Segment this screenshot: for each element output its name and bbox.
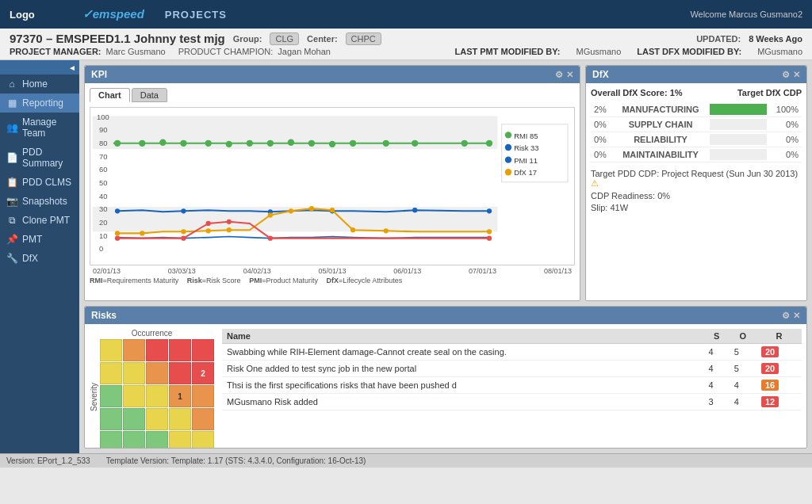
- matrix-cell[interactable]: [146, 431, 168, 448]
- svg-point-30: [115, 208, 120, 213]
- matrix-cell[interactable]: [192, 408, 214, 430]
- svg-point-42: [289, 208, 293, 213]
- svg-point-45: [350, 227, 355, 232]
- svg-text:70: 70: [99, 153, 107, 161]
- matrix-cell[interactable]: [100, 339, 122, 361]
- matrix-cell[interactable]: 2: [192, 362, 214, 384]
- risk-table-area: Name S O R Swabbing while RIH-Element da…: [222, 329, 802, 448]
- matrix-cell[interactable]: [100, 431, 122, 448]
- matrix-cell[interactable]: [123, 339, 145, 361]
- matrix-cell[interactable]: [192, 431, 214, 448]
- risk-matrix-grid: 2 1: [100, 339, 214, 448]
- risks-close-icon[interactable]: ✕: [793, 311, 800, 321]
- dfx-maint-bar: [707, 147, 770, 162]
- table-row: Risk One added to test sync job in the n…: [222, 361, 802, 377]
- matrix-cell[interactable]: [100, 362, 122, 384]
- risks-panel-header: Risks ⚙ ✕: [85, 307, 806, 324]
- dfx-row-manufacturing: 2% MANUFACTURING 100%: [591, 102, 802, 117]
- chart-tabs: Chart Data: [90, 88, 575, 102]
- sidebar-item-reporting[interactable]: ▦ Reporting: [0, 94, 79, 113]
- svg-point-31: [181, 208, 186, 213]
- risk-name-4: MGusmano Risk added: [222, 394, 704, 410]
- risk-badge-2: 20: [761, 363, 779, 374]
- matrix-cell[interactable]: [169, 362, 191, 384]
- chart-tab-data[interactable]: Data: [132, 88, 167, 102]
- svg-point-19: [226, 141, 232, 147]
- sidebar-item-clone-pmt[interactable]: ⧉ Clone PMT: [0, 211, 79, 230]
- svg-text:RMI 85: RMI 85: [514, 132, 538, 140]
- dfx-slip-label: Slip:: [591, 203, 607, 212]
- reporting-icon: ▦: [6, 97, 17, 109]
- dfx-rel-pct: 0%: [591, 132, 615, 147]
- svg-point-35: [487, 208, 492, 213]
- matrix-cell[interactable]: [169, 408, 191, 430]
- dfx-mfg-name: MANUFACTURING: [615, 102, 707, 117]
- kpi-settings-icon[interactable]: ⚙: [555, 70, 563, 80]
- projects-nav-label[interactable]: PROJECTS: [165, 9, 227, 21]
- logo-text: Logo: [10, 9, 35, 21]
- sidebar-item-pdd-summary[interactable]: 📄 PDD Summary: [0, 143, 79, 173]
- svg-point-34: [412, 208, 417, 212]
- sidebar-item-home[interactable]: ⌂ Home: [0, 74, 79, 94]
- matrix-cell[interactable]: [146, 408, 168, 430]
- svg-text:40: 40: [99, 193, 107, 200]
- kpi-close-icon[interactable]: ✕: [566, 70, 573, 80]
- matrix-cell[interactable]: [100, 385, 122, 407]
- matrix-cell[interactable]: [146, 385, 168, 407]
- dfx-close-icon[interactable]: ✕: [793, 70, 800, 80]
- dfx-slip-row: Slip: 41W: [591, 203, 802, 212]
- svg-text:100: 100: [97, 113, 109, 121]
- matrix-cell[interactable]: 1: [169, 385, 191, 407]
- chart-tab-chart[interactable]: Chart: [90, 88, 130, 102]
- sidebar-item-pdd-clms[interactable]: 📋 PDD CLMS: [0, 173, 79, 192]
- matrix-cell[interactable]: [192, 385, 214, 407]
- matrix-cell[interactable]: [146, 362, 168, 384]
- matrix-cell[interactable]: [192, 339, 214, 361]
- matrix-cell[interactable]: [123, 431, 145, 448]
- matrix-cell[interactable]: [123, 385, 145, 407]
- dfx-slip-value: 41W: [610, 203, 628, 212]
- svg-point-15: [139, 140, 145, 147]
- last-dfx-label: LAST DFX MODIFIED BY:: [637, 47, 741, 56]
- dfx-cdp-label: CDP Readiness:: [591, 191, 655, 200]
- svg-point-24: [329, 141, 335, 147]
- risk-s-1: 4: [704, 344, 730, 361]
- pdd-clms-icon: 📋: [6, 177, 17, 188]
- dfx-cdp-value: 0%: [657, 191, 670, 200]
- matrix-cell[interactable]: [169, 431, 191, 448]
- risk-s-4: 3: [704, 394, 730, 410]
- kpi-panel-body: Chart Data 100 90 80 70: [85, 83, 580, 300]
- pdd-summary-icon: 📄: [6, 152, 17, 163]
- dfx-maint-right: 0%: [770, 147, 802, 162]
- dfx-maint-pct: 0%: [591, 147, 615, 162]
- matrix-row-5: [100, 339, 214, 361]
- svg-point-55: [505, 132, 511, 138]
- svg-point-21: [267, 140, 274, 147]
- matrix-cell[interactable]: [123, 408, 145, 430]
- sidebar-item-dfx[interactable]: 🔧 DfX: [0, 249, 79, 268]
- sidebar-collapse-button[interactable]: ◄: [0, 60, 79, 74]
- sidebar-item-snapshots[interactable]: 📷 Snapshots: [0, 192, 79, 211]
- svg-point-25: [350, 140, 356, 147]
- matrix-cell[interactable]: [146, 339, 168, 361]
- dfx-table: 2% MANUFACTURING 100% 0% SUPPLY CHAIN: [591, 102, 802, 162]
- sidebar-item-manage-team[interactable]: 👥 Manage Team: [0, 113, 79, 143]
- svg-point-26: [383, 140, 389, 147]
- svg-point-61: [505, 169, 511, 175]
- occurrence-label: Occurrence: [90, 329, 214, 338]
- dfx-maint-name: MAINTAINABILITY: [615, 147, 707, 162]
- matrix-cell[interactable]: [100, 408, 122, 430]
- matrix-cell[interactable]: [169, 339, 191, 361]
- top-row: KPI ⚙ ✕ Chart Data: [84, 65, 807, 301]
- risk-r-3: 16: [756, 377, 802, 394]
- svg-point-44: [330, 208, 335, 212]
- dfx-settings-icon[interactable]: ⚙: [782, 70, 790, 80]
- sidebar-item-pmt[interactable]: 📌 PMT: [0, 230, 79, 249]
- matrix-cell[interactable]: [123, 362, 145, 384]
- svg-text:50: 50: [99, 179, 107, 187]
- content-area: KPI ⚙ ✕ Chart Data: [79, 60, 812, 453]
- table-row: MGusmano Risk added 3 4 12: [222, 394, 802, 410]
- table-row: Swabbing while RIH-Element damage-Cannot…: [222, 344, 802, 361]
- group-value: CLG: [270, 32, 299, 45]
- risks-settings-icon[interactable]: ⚙: [782, 311, 790, 321]
